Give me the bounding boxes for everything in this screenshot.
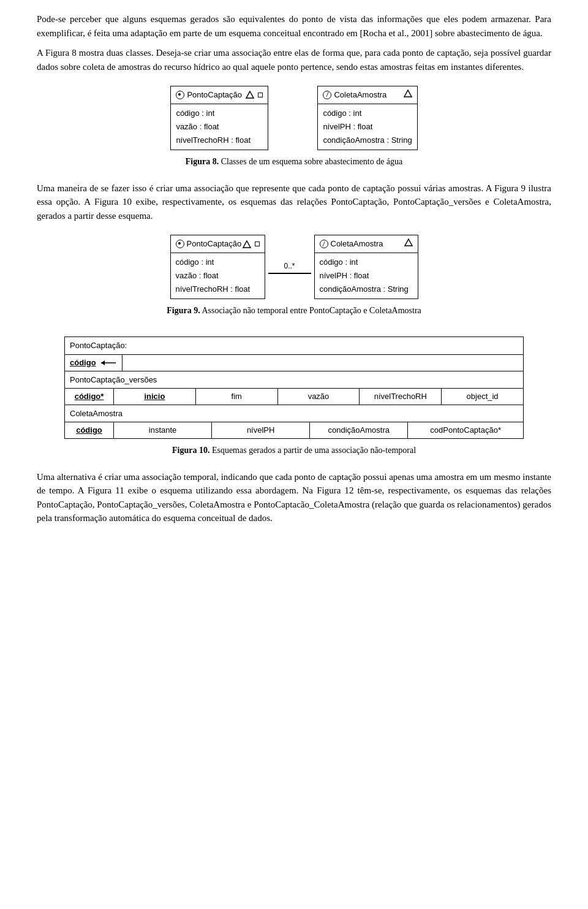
fig10-sec2-objectid: object_id [442, 389, 523, 405]
class-icon-slash-fig9: / [320, 240, 328, 248]
attr-codigo-coletaamostra-fig8: código : int [323, 107, 412, 120]
fig10-sec2-vazao: vazão [278, 389, 360, 405]
figure-9-diagram: PontoCaptação código : int vazão : float… [170, 235, 418, 299]
attr-codigo-coletaamostra-fig9: código : int [320, 256, 413, 269]
uml-class-header-pontocaptacao-fig9: PontoCaptação [171, 235, 265, 253]
class-name-pontocaptacao-fig8: PontoCaptação [187, 89, 242, 101]
svg-marker-0 [246, 91, 254, 98]
triangle-icon-fig8-2 [404, 89, 412, 97]
fig10-sec3-nivelph: nívelPH [212, 422, 310, 438]
assoc-line-fig9 [268, 273, 311, 274]
paragraph-2: A Figura 8 mostra duas classes. Deseja-s… [37, 46, 551, 74]
fig10-codigo-cell: código [65, 355, 123, 371]
attr-nivel-fig8-1: nívelTrechoRH : float [176, 134, 263, 147]
fig10-sec2-codigo: código* [65, 389, 114, 405]
figure-10-container: PontoCaptação: código PontoCaptação_vers… [37, 337, 551, 464]
uml-class-pontocaptacao-fig9: PontoCaptação código : int vazão : float… [170, 235, 265, 299]
class-name-coletaamostra-fig8: ColetaAmostra [334, 89, 386, 101]
attr-vazao-fig9-1: vazão : float [176, 269, 260, 283]
paragraph-4: Uma alternativa é criar uma associação t… [37, 470, 551, 525]
fig10-sec3-instante: instante [114, 422, 212, 438]
fig10-sec2-fim: fim [196, 389, 278, 405]
association-line-fig9: 0..* [265, 261, 314, 274]
uml-class-body-coletaamostra-fig9: código : int nívelPH : float condiçãoAmo… [315, 253, 418, 299]
figure-8-diagram: PontoCaptação código : int vazão : float… [170, 86, 417, 150]
triangle-icon-fig9-1 [243, 240, 251, 248]
figure-8-container: PontoCaptação código : int vazão : float… [37, 86, 551, 175]
fig10-section1-data-row: código [65, 355, 523, 371]
uml-class-header-pontocaptacao-fig8: PontoCaptação [171, 86, 268, 104]
uml-class-body-pontocaptacao-fig9: código : int vazão : float nívelTrechoRH… [171, 253, 265, 299]
figure-10-caption: Figura 10. Esquemas gerados a partir de … [172, 444, 416, 457]
fig10-sec3-codigo: código [65, 422, 114, 438]
attr-nivelph-coletaamostra-fig9: nívelPH : float [320, 269, 413, 283]
attr-nivel-fig9-1: nívelTrechoRH : float [176, 283, 260, 296]
svg-marker-5 [101, 360, 105, 365]
fig10-section1-row: código [65, 354, 523, 371]
triangle-icon-fig9-2 [404, 238, 413, 246]
fig10-section3-row: código instante nívelPH condiçãoAmostra … [65, 422, 523, 438]
class-name-pontocaptacao-fig9: PontoCaptação [187, 238, 242, 250]
uml-class-header-coletaamostra-fig8: / ColetaAmostra [318, 86, 417, 104]
svg-marker-2 [243, 241, 251, 248]
fig10-section1-header: PontoCaptação: [65, 337, 523, 354]
figure-8-caption: Figura 8. Classes de um esquema sobre ab… [186, 155, 403, 168]
attr-vazao-fig8-1: vazão : float [176, 120, 263, 134]
fig10-sec2-inicio: inicio [114, 389, 196, 405]
attr-condicao-coletaamostra-fig9: condiçãoAmostra : String [320, 283, 413, 296]
fig10-sec3-codpontocaptacao: codPontoCaptação* [408, 422, 523, 438]
svg-marker-3 [405, 239, 412, 246]
small-square-icon-fig9 [255, 242, 260, 246]
triangle-icon-fig8-1 [246, 91, 254, 99]
small-square-icon [258, 93, 263, 97]
figure-9-container: PontoCaptação código : int vazão : float… [37, 235, 551, 324]
arrow-left-icon [99, 357, 117, 369]
class-name-coletaamostra-fig9: ColetaAmostra [331, 238, 383, 250]
uml-class-body-pontocaptacao-fig8: código : int vazão : float nívelTrechoRH… [171, 104, 268, 150]
figure-9-caption: Figura 9. Associação não temporal entre … [167, 304, 421, 317]
svg-marker-1 [404, 90, 412, 97]
attr-codigo-fig8-1: código : int [176, 107, 263, 120]
uml-class-coletaamostra-fig9: / ColetaAmostra código : int nívelPH : f… [314, 235, 418, 299]
uml-class-pontocaptacao-fig8: PontoCaptação código : int vazão : float… [170, 86, 268, 150]
uml-class-body-coletaamostra-fig8: código : int nívelPH : float condiçãoAmo… [318, 104, 417, 150]
fig10-section2-header: PontoCaptação_versões [65, 371, 523, 389]
attr-nivelph-coletaamostra-fig8: nívelPH : float [323, 120, 412, 134]
uml-class-coletaamostra-fig8: / ColetaAmostra código : int nívelPH : f… [317, 86, 417, 150]
paragraph-3: Uma maneira de se fazer isso é criar uma… [37, 181, 551, 223]
uml-class-header-coletaamostra-fig9: / ColetaAmostra [315, 235, 418, 253]
fig10-codigo-empty [123, 361, 523, 365]
fig10-sec2-nivel: nívelTrechoRH [360, 389, 442, 405]
attr-codigo-fig9-1: código : int [176, 256, 260, 269]
class-icon-circle [176, 91, 184, 99]
class-icon-circle-fig9 [176, 240, 184, 248]
figure-10-table: PontoCaptação: código PontoCaptação_vers… [64, 337, 524, 439]
class-icon-slash-fig8: / [323, 91, 331, 99]
multiplicity-label-fig9: 0..* [284, 261, 295, 272]
attr-condicao-coletaamostra-fig8: condiçãoAmostra : String [323, 134, 412, 147]
fig10-section2-row: código* inicio fim vazão nívelTrechoRH o… [65, 388, 523, 405]
paragraph-1: Pode-se perceber que alguns esquemas ger… [37, 12, 551, 40]
fig10-section3-header: ColetaAmostra [65, 405, 523, 422]
fig10-sec3-condicao: condiçãoAmostra [310, 422, 408, 438]
